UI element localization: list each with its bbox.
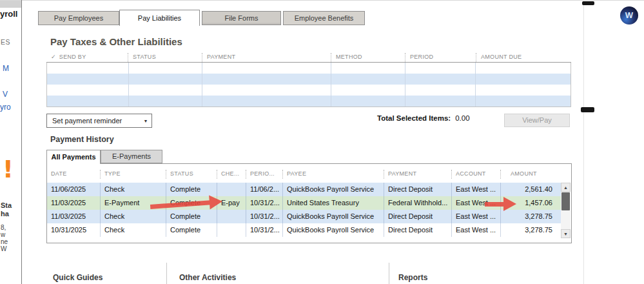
column-header-period: PERIO...: [246, 170, 282, 179]
scroll-up-icon[interactable]: ▲: [561, 183, 571, 192]
left-rail-link[interactable]: M: [3, 64, 9, 73]
tab-employee-benefits[interactable]: Employee Benefits: [283, 11, 365, 25]
cell-account: East West ...: [451, 223, 500, 237]
arrow-head: [209, 194, 222, 209]
left-rail-cap: [0, 1, 21, 8]
column-header-date: DATE: [47, 170, 100, 179]
liabilities-empty-row: [47, 85, 571, 96]
liabilities-table-body: [46, 63, 571, 107]
left-rail-text: W: [1, 245, 6, 252]
payment-history-title: Payment History: [50, 135, 114, 144]
footer-other-activities: Other Activities: [179, 273, 236, 282]
tab-all-payments[interactable]: All Payments: [46, 150, 101, 164]
cell-amount: 3,278.75: [500, 223, 561, 237]
column-header-status: STATUS: [166, 170, 217, 179]
payment-row[interactable]: 11/03/2025 Check Complete 10/31/2... Qui…: [47, 210, 561, 223]
cell-payee: United States Treasury: [282, 196, 384, 210]
scroll-down-icon[interactable]: ▼: [561, 229, 571, 238]
alert-exclamation-icon[interactable]: !: [3, 157, 14, 182]
cell-check-number: [217, 223, 246, 237]
column-header-amount: AMOUNT: [500, 170, 561, 179]
left-rail-payroll-tab[interactable]: yroll: [0, 9, 17, 19]
column-header-period: PERIOD: [405, 53, 476, 62]
arrow-tail: [150, 200, 211, 209]
left-rail-text: Sta: [1, 201, 12, 209]
footer-quick-guides: Quick Guides: [53, 273, 102, 282]
left-rail-link[interactable]: V: [3, 90, 8, 99]
cell-account: East West ...: [451, 210, 500, 223]
cell-payee: QuickBooks Payroll Service: [282, 223, 384, 237]
cell-payee: QuickBooks Payroll Service: [282, 183, 384, 196]
column-header-method: METHOD: [331, 53, 405, 62]
cell-period: 10/31/2...: [246, 223, 282, 237]
redaction-mark: [582, 1, 594, 5]
cell-date: 11/03/2025: [47, 196, 100, 210]
set-payment-reminder-label: Set payment reminder: [47, 117, 140, 125]
payroll-center-window: yroll ES M V yro ! Sta ha 8, w ne W Pay …: [0, 0, 644, 284]
payment-row-selected[interactable]: 11/03/2025 E-Payment Complete E-pay 10/3…: [47, 196, 561, 210]
view-pay-button[interactable]: View/Pay: [504, 114, 570, 127]
column-header-payment: PAYMENT: [202, 53, 331, 62]
footer-divider: [166, 263, 167, 284]
cell-account: East West ...: [451, 183, 500, 196]
liabilities-empty-row: [47, 74, 571, 85]
footer-reports: Reports: [398, 273, 427, 282]
cell-payment: Direct Deposit: [384, 223, 451, 237]
cell-type: Check: [100, 183, 166, 196]
column-header-payee: PAYEE: [282, 170, 384, 179]
cell-date: 10/31/2025: [47, 223, 100, 237]
column-header-account: ACCOUNT: [451, 170, 500, 179]
scrollbar-thumb[interactable]: [561, 192, 570, 210]
cell-payment: Federal Withhold...: [384, 196, 451, 210]
cell-status: Complete: [166, 223, 217, 237]
cell-period: 10/31/2...: [246, 196, 282, 210]
left-rail-text: ha: [1, 210, 9, 218]
arrow-head: [503, 197, 516, 211]
total-selected-items: Total Selected Items:0.00: [377, 114, 470, 122]
payment-history-header: DATE TYPE STATUS CHE... PERIO... PAYEE P…: [47, 164, 561, 183]
arrow-tail: [485, 202, 505, 207]
total-selected-label: Total Selected Items:: [377, 114, 451, 122]
cell-check-number: [217, 210, 246, 223]
payment-row[interactable]: 11/06/2025 Check Complete 11/06/2... Qui…: [47, 183, 561, 196]
cell-date: 11/03/2025: [47, 210, 100, 223]
cell-payment: Direct Deposit: [384, 183, 451, 196]
column-header-amount-due: AMOUNT DUE: [476, 53, 571, 62]
window-top-edge: [0, 0, 644, 1]
cell-period: 10/31/2...: [246, 210, 282, 223]
total-selected-value: 0.00: [455, 114, 469, 122]
left-rail-link[interactable]: yro: [0, 103, 11, 112]
annotation-arrow-amount: [485, 196, 516, 212]
column-header-check-number: CHE...: [217, 170, 246, 179]
cell-payment: Direct Deposit: [384, 210, 451, 223]
liabilities-empty-row: [47, 96, 571, 107]
cell-date: 11/06/2025: [47, 183, 100, 196]
tab-pay-liabilities[interactable]: Pay Liabilities: [119, 10, 200, 26]
column-header-payment: PAYMENT: [384, 170, 451, 179]
panel-left-border: [21, 0, 22, 284]
tab-e-payments[interactable]: E-Payments: [101, 150, 162, 163]
footer-divider: [389, 263, 389, 284]
column-header-type: TYPE: [100, 170, 166, 179]
dropdown-arrow-icon: ▼: [140, 119, 151, 123]
liabilities-table-header: ✓SEND BY STATUS PAYMENT METHOD PERIOD AM…: [46, 53, 571, 63]
left-rail-label: ES: [1, 38, 10, 46]
checkmark-icon: ✓: [51, 54, 56, 60]
tab-file-forms[interactable]: File Forms: [202, 11, 281, 25]
cell-type: Check: [100, 223, 166, 237]
left-rail-text: ne: [1, 238, 8, 245]
cell-amount: 2,561.40: [500, 183, 561, 196]
left-rail-text: w: [1, 231, 5, 238]
tab-pay-employees[interactable]: Pay Employees: [38, 11, 119, 25]
word-badge-icon[interactable]: W: [620, 6, 638, 25]
cell-amount: 3,278.75: [500, 210, 561, 223]
table-scrollbar[interactable]: ▲ ▼: [561, 183, 571, 238]
cell-period: 11/06/2...: [246, 183, 282, 196]
set-payment-reminder-button[interactable]: Set payment reminder ▼: [46, 114, 152, 128]
liabilities-section-title: Pay Taxes & Other Liabilities: [50, 36, 182, 47]
payment-row[interactable]: 10/31/2025 Check Complete 10/31/2... Qui…: [47, 223, 561, 237]
cell-payee: QuickBooks Payroll Service: [282, 210, 384, 223]
panel-right-border: [583, 0, 584, 284]
left-rail-text: 8,: [1, 224, 6, 231]
redaction-mark: [581, 107, 594, 112]
